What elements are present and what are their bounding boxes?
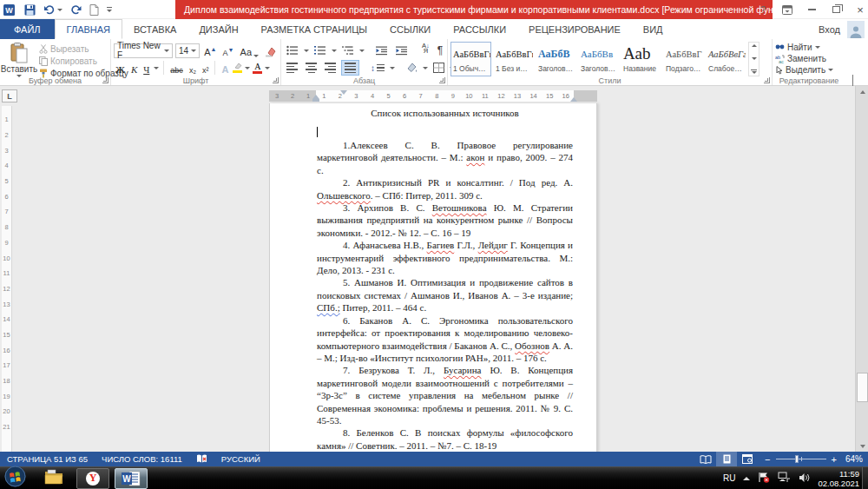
- show-desktop-button[interactable]: [862, 467, 868, 489]
- paste-button[interactable]: Вставить: [3, 42, 36, 78]
- superscript-button[interactable]: x²: [201, 61, 211, 75]
- start-button[interactable]: [4, 466, 26, 489]
- highlight-dropdown-arrow[interactable]: [245, 67, 250, 69]
- language-switcher[interactable]: RU: [723, 473, 735, 483]
- sign-in-link[interactable]: Вход: [819, 24, 840, 35]
- zoom-out-button[interactable]: −: [765, 454, 770, 465]
- line-spacing-dropdown-arrow[interactable]: [390, 67, 395, 69]
- tab-view[interactable]: ВИД: [632, 19, 674, 39]
- tab-references[interactable]: ССЫЛКИ: [378, 19, 442, 39]
- customize-qat-button[interactable]: [107, 7, 112, 12]
- volume-icon[interactable]: [799, 471, 810, 486]
- styles-gallery-more[interactable]: [751, 69, 757, 74]
- style-subtitle[interactable]: АаБбВвГ Подзагол...: [663, 42, 704, 76]
- doc-paragraph[interactable]: 4. Афанасьева Н.В., Багиев Г.Л., Лейдиг …: [317, 239, 573, 276]
- paragraph-dialog-launcher[interactable]: [439, 77, 445, 83]
- style-heading1[interactable]: АаБбВ Заголово...: [536, 42, 576, 76]
- network-icon[interactable]: [778, 471, 791, 486]
- save-button[interactable]: [24, 4, 36, 16]
- italic-button[interactable]: К: [129, 61, 139, 75]
- undo-dropdown-arrow[interactable]: [57, 9, 62, 11]
- styles-scroll-up[interactable]: [752, 44, 757, 47]
- tab-page-layout[interactable]: РАЗМЕТКА СТРАНИЦЫ: [250, 19, 378, 39]
- font-dialog-launcher[interactable]: [273, 77, 279, 83]
- doc-paragraph[interactable]: 6. Баканов А. С. Эргономика пользователь…: [317, 314, 573, 365]
- undo-button[interactable]: [43, 4, 62, 15]
- numbering-dropdown-arrow[interactable]: [332, 50, 337, 52]
- scrollbar-thumb[interactable]: [857, 373, 868, 402]
- document-heading[interactable]: Список использованных источников: [317, 106, 573, 120]
- ribbon-display-options-button[interactable]: [781, 3, 793, 16]
- sort-button[interactable]: А↓ Я: [419, 43, 432, 58]
- collapse-ribbon-button[interactable]: [852, 76, 861, 83]
- multilevel-list-button[interactable]: [339, 43, 357, 58]
- doc-paragraph[interactable]: 3. Архипов В. С. Ветошникова Ю. М. Страт…: [317, 202, 573, 239]
- font-color-button[interactable]: А: [253, 63, 262, 74]
- font-family-combo[interactable]: Times New F: [114, 43, 173, 58]
- doc-paragraph[interactable]: 8. Беленков С. В поисках формулы «филосо…: [317, 426, 573, 452]
- zoom-slider-thumb[interactable]: [795, 455, 799, 463]
- highlight-color-button[interactable]: [233, 63, 242, 73]
- read-mode-button[interactable]: [695, 452, 716, 466]
- redo-button[interactable]: [70, 4, 82, 15]
- style-no-spacing[interactable]: АаБбВвГг, 1 Без инте...: [493, 42, 534, 76]
- zoom-in-button[interactable]: +: [832, 454, 837, 465]
- align-center-button[interactable]: [303, 60, 319, 76]
- justify-button[interactable]: [341, 60, 359, 76]
- doc-paragraph[interactable]: 5. Ашманов И. Оптимизация и продвижение …: [317, 276, 573, 314]
- align-left-button[interactable]: [284, 60, 300, 76]
- style-subtle-emphasis[interactable]: АаБбВвГг Слабое в...: [706, 42, 746, 76]
- right-indent-marker[interactable]: [570, 97, 577, 102]
- underline-dropdown-arrow[interactable]: [154, 67, 159, 69]
- doc-paragraph[interactable]: 1.Алексеев С. В. Правовое регулирование …: [317, 139, 573, 176]
- style-heading2[interactable]: АаБбВв Заголово...: [578, 42, 619, 76]
- file-explorer-button[interactable]: [43, 468, 64, 489]
- decrease-indent-button[interactable]: [373, 43, 391, 58]
- language-indicator[interactable]: РУССКИЙ: [214, 452, 267, 466]
- tab-mailings[interactable]: РАССЫЛКИ: [442, 19, 517, 39]
- style-title[interactable]: Ааb Название: [621, 42, 661, 76]
- document-page[interactable]: Список использованных источников 1.Алекс…: [269, 103, 597, 452]
- bullets-dropdown-arrow[interactable]: [304, 50, 309, 52]
- numbering-button[interactable]: [312, 43, 329, 58]
- tab-review[interactable]: РЕЦЕНЗИРОВАНИЕ: [517, 19, 632, 39]
- grow-font-button[interactable]: А▲: [202, 43, 218, 57]
- action-center-button[interactable]: [758, 471, 770, 486]
- text-effects-button[interactable]: А: [220, 61, 230, 75]
- replace-button[interactable]: abac Заменить: [775, 53, 843, 64]
- tab-design[interactable]: ДИЗАЙН: [187, 19, 249, 39]
- change-case-button[interactable]: Аа: [238, 43, 260, 57]
- underline-button[interactable]: Ч: [141, 61, 151, 75]
- restore-button[interactable]: [830, 3, 842, 16]
- close-button[interactable]: ×: [854, 3, 866, 16]
- tab-file[interactable]: ФАЙЛ: [0, 19, 55, 39]
- left-indent-marker[interactable]: [312, 99, 319, 102]
- yandex-browser-button[interactable]: Y: [76, 468, 109, 489]
- select-button[interactable]: Выделить: [775, 64, 843, 76]
- scroll-up-button[interactable]: [856, 86, 868, 97]
- proofing-errors-button[interactable]: [189, 452, 214, 466]
- vertical-scrollbar[interactable]: [855, 86, 868, 452]
- subscript-button[interactable]: x₂: [187, 61, 198, 75]
- doc-paragraph[interactable]: 7. Безрукова Т. Л., Бусарина Ю. В. Конце…: [317, 364, 573, 426]
- new-document-button[interactable]: [89, 4, 99, 16]
- bold-button[interactable]: Ж: [114, 61, 127, 75]
- word-count[interactable]: ЧИСЛО СЛОВ: 16111: [95, 452, 189, 466]
- style-normal[interactable]: АаБбВвГг, 1 Обычный: [450, 42, 491, 76]
- tab-home[interactable]: ГЛАВНАЯ: [55, 19, 122, 39]
- clipboard-dialog-launcher[interactable]: [102, 77, 108, 83]
- clear-formatting-button[interactable]: [263, 43, 278, 57]
- hidden-icons-button[interactable]: [743, 477, 750, 480]
- zoom-level[interactable]: 64%: [844, 454, 868, 464]
- first-line-indent-marker[interactable]: [340, 90, 347, 95]
- avatar[interactable]: [847, 21, 865, 38]
- multilevel-dropdown-arrow[interactable]: [359, 50, 365, 52]
- empty-paragraph[interactable]: [317, 126, 573, 139]
- scroll-down-button[interactable]: [856, 440, 868, 452]
- shrink-font-button[interactable]: А▼: [220, 43, 235, 57]
- shading-dropdown-arrow[interactable]: [423, 67, 428, 69]
- taskbar-clock[interactable]: 11:59 02.08.2021: [818, 469, 859, 488]
- font-size-combo[interactable]: 14: [175, 43, 200, 58]
- align-right-button[interactable]: [322, 60, 339, 76]
- web-layout-button[interactable]: [737, 452, 758, 466]
